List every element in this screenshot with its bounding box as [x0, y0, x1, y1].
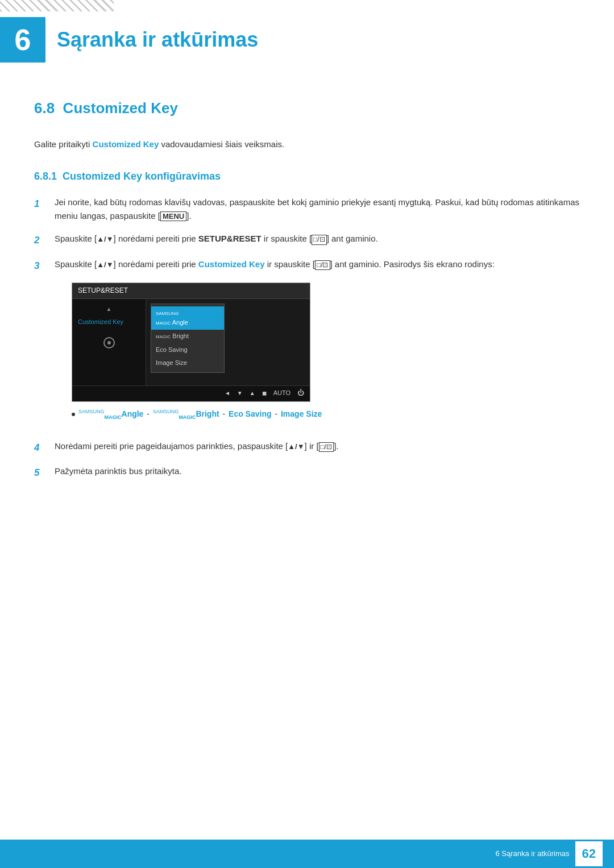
submenu-item-size: Image Size	[151, 356, 224, 370]
intro-paragraph: Galite pritaikyti Customized Key vadovau…	[34, 138, 580, 151]
content-area: 6.8 Customized Key Galite pritaikyti Cus…	[0, 97, 614, 535]
submenu-item-eco: Eco Saving	[151, 343, 224, 357]
options-bullet-list: SAMSUNGMAGICAngle - SAMSUNGMAGICBright -…	[72, 408, 580, 421]
monitor-menu-item-customized: Customized Key	[72, 315, 146, 330]
chapter-number: 6	[15, 25, 31, 55]
step-5: 5 Pažymėta parinktis bus pritaikyta.	[34, 464, 580, 480]
stripe-decoration	[0, 0, 114, 11]
auto-label: AUTO	[273, 388, 291, 398]
step-2-content: Spauskite [▲/▼] norėdami pereiti prie SE…	[55, 232, 580, 246]
chapter-number-box: 6	[0, 17, 45, 63]
step-1-number: 1	[34, 196, 51, 211]
step-3: 3 Spauskite [▲/▼] norėdami pereiti prie …	[34, 258, 580, 430]
step-4-content: Norėdami pereiti prie pageidaujamos pari…	[55, 439, 580, 453]
section-heading: 6.8 Customized Key	[34, 97, 580, 121]
bullet-dot	[72, 413, 75, 416]
page-footer: 6 Sąranka ir atkūrimas 62	[0, 840, 614, 868]
step-5-content: Pažymėta parinktis bus pritaikyta.	[55, 464, 580, 478]
step-4: 4 Norėdami pereiti prie pageidaujamos pa…	[34, 439, 580, 455]
menu-key: MENU	[160, 211, 186, 221]
step-2: 2 Spauskite [▲/▼] norėdami pereiti prie …	[34, 232, 580, 248]
footer-chapter-text: 6 Sąranka ir atkūrimas	[495, 848, 569, 860]
steps-list: 1 Jei norite, kad būtų rodomas klavišų v…	[34, 196, 580, 480]
step-5-number: 5	[34, 464, 51, 480]
submenu-item-bright: MAGIC Bright	[151, 330, 224, 343]
options-bullet-item: SAMSUNGMAGICAngle - SAMSUNGMAGICBright -…	[72, 408, 580, 421]
monitor-bottom-bar: ◄ ▼ ▲ ◼ AUTO ⏻	[72, 385, 310, 401]
step-2-number: 2	[34, 232, 51, 248]
monitor-screenshot: SETUP&RESET ▲ Customized Key	[72, 283, 310, 402]
step-1-content: Jei norite, kad būtų rodomas klavišų vad…	[55, 196, 580, 223]
monitor-title-bar: SETUP&RESET	[72, 283, 310, 299]
chapter-title: Sąranka ir atkūrimas	[57, 23, 258, 56]
step-1: 1 Jei norite, kad būtų rodomas klavišų v…	[34, 196, 580, 223]
monitor-menu-panel: ▲ Customized Key	[72, 299, 146, 385]
monitor-body: ▲ Customized Key	[72, 299, 310, 385]
step-3-number: 3	[34, 258, 51, 273]
step-3-content: Spauskite [▲/▼] norėdami pereiti prie Cu…	[55, 258, 580, 430]
submenu-item-angle: SAMSUNGMAGIC Angle	[151, 306, 224, 330]
footer-page-number: 62	[575, 841, 603, 866]
step-4-number: 4	[34, 439, 51, 455]
monitor-right-panel: SAMSUNGMAGIC Angle MAGIC Bright Eco Savi…	[146, 299, 310, 385]
submenu-box: SAMSUNGMAGIC Angle MAGIC Bright Eco Savi…	[151, 304, 225, 373]
options-text: SAMSUNGMAGICAngle - SAMSUNGMAGICBright -…	[78, 408, 322, 421]
subsection-heading: 6.8.1 Customized Key konfigūravimas	[34, 168, 580, 185]
